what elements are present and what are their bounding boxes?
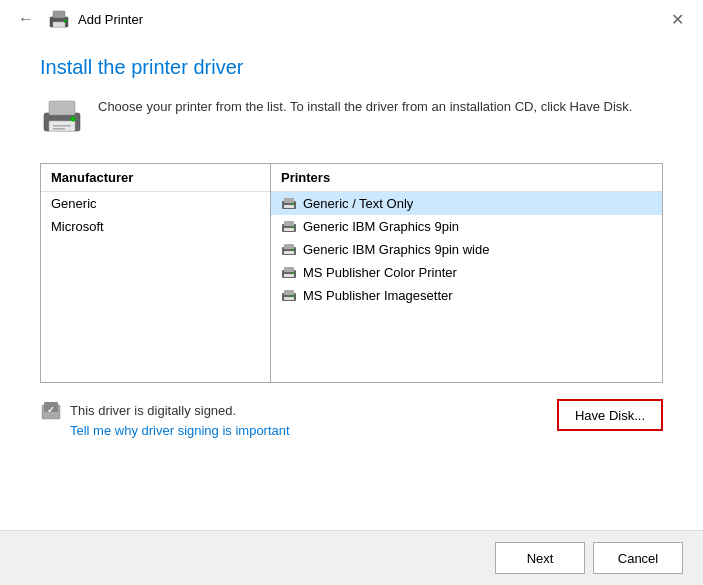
- svg-point-13: [292, 203, 294, 205]
- printer-item-icon-2: [281, 243, 297, 257]
- printers-list-body[interactable]: Generic / Text Only Generic IBM Graphics…: [271, 192, 662, 382]
- svg-rect-16: [284, 228, 294, 231]
- printer-icon-large: [40, 99, 84, 135]
- svg-rect-5: [49, 101, 75, 115]
- printer-item-1[interactable]: Generic IBM Graphics 9pin: [271, 215, 662, 238]
- manufacturer-panel: Manufacturer Generic Microsoft: [41, 164, 271, 382]
- description-row: Choose your printer from the list. To in…: [40, 97, 663, 135]
- dialog-title: Add Printer: [78, 12, 143, 27]
- status-left: ✓ This driver is digitally signed. Tell …: [40, 399, 290, 438]
- svg-rect-15: [284, 221, 294, 226]
- footer: Next Cancel: [0, 530, 703, 585]
- svg-rect-7: [53, 125, 71, 127]
- printer-item-0[interactable]: Generic / Text Only: [271, 192, 662, 215]
- svg-point-25: [292, 272, 294, 274]
- svg-rect-28: [284, 297, 294, 300]
- svg-point-17: [292, 226, 294, 228]
- svg-rect-27: [284, 290, 294, 295]
- svg-rect-11: [284, 198, 294, 203]
- svg-point-21: [292, 249, 294, 251]
- svg-text:✓: ✓: [47, 405, 55, 415]
- svg-rect-19: [284, 244, 294, 249]
- svg-rect-20: [284, 251, 294, 254]
- next-button[interactable]: Next: [495, 542, 585, 574]
- printers-header: Printers: [271, 164, 662, 192]
- close-button[interactable]: ✕: [663, 5, 691, 33]
- printers-panel: Printers Generic / Text Only: [271, 164, 662, 382]
- printer-item-icon: [281, 197, 297, 211]
- content-area: Install the printer driver Choose your p…: [0, 36, 703, 530]
- printer-item-4[interactable]: MS Publisher Imagesetter: [271, 284, 662, 307]
- signed-row: ✓ This driver is digitally signed.: [40, 399, 290, 421]
- svg-rect-24: [284, 274, 294, 277]
- printer-item-2[interactable]: Generic IBM Graphics 9pin wide: [271, 238, 662, 261]
- printer-icon-small: [48, 10, 70, 28]
- manufacturer-item-microsoft[interactable]: Microsoft: [41, 215, 270, 238]
- printer-item-icon-1: [281, 220, 297, 234]
- description-text: Choose your printer from the list. To in…: [98, 97, 632, 117]
- svg-point-9: [71, 117, 76, 122]
- title-bar-left: ← Add Printer: [12, 8, 143, 30]
- svg-rect-1: [53, 11, 65, 18]
- svg-rect-8: [53, 128, 65, 130]
- page-heading: Install the printer driver: [40, 56, 663, 79]
- svg-point-3: [64, 20, 67, 23]
- back-button[interactable]: ←: [12, 8, 40, 30]
- status-row: ✓ This driver is digitally signed. Tell …: [40, 399, 663, 438]
- manufacturer-item-generic[interactable]: Generic: [41, 192, 270, 215]
- lists-container: Manufacturer Generic Microsoft Printers: [40, 163, 663, 383]
- svg-rect-12: [284, 205, 294, 208]
- printer-item-icon-3: [281, 266, 297, 280]
- title-bar: ← Add Printer ✕: [0, 0, 703, 36]
- have-disk-button[interactable]: Have Disk...: [557, 399, 663, 431]
- printer-item-3[interactable]: MS Publisher Color Printer: [271, 261, 662, 284]
- svg-point-29: [292, 295, 294, 297]
- cancel-button[interactable]: Cancel: [593, 542, 683, 574]
- svg-rect-2: [53, 22, 65, 27]
- manufacturer-header: Manufacturer: [41, 164, 270, 192]
- signed-text: This driver is digitally signed.: [70, 403, 236, 418]
- svg-rect-23: [284, 267, 294, 272]
- shield-icon: ✓: [40, 399, 62, 421]
- manufacturer-list-body[interactable]: Generic Microsoft: [41, 192, 270, 382]
- add-printer-dialog: ← Add Printer ✕ Install the printer driv…: [0, 0, 703, 585]
- printer-item-icon-4: [281, 289, 297, 303]
- driver-signing-link[interactable]: Tell me why driver signing is important: [70, 423, 290, 438]
